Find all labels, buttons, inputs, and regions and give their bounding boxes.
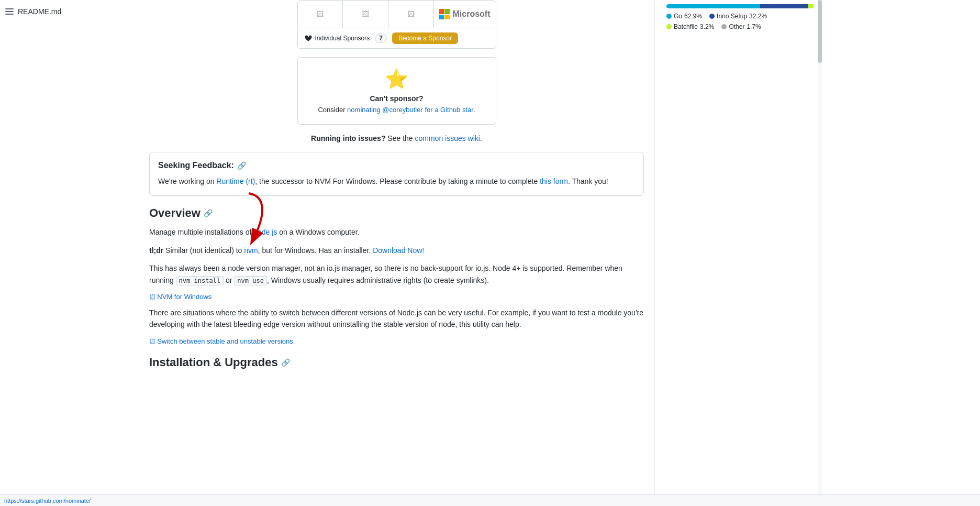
right-sidebar: Go 62.9% Inno Setup 32.2% Batchfile 3.2%…	[654, 0, 822, 506]
lang-name-inno: Inno Setup	[717, 13, 747, 20]
sponsor-actions-row: Individual Sponsors 7 Become a Sponsor	[298, 28, 496, 48]
overview-para2-mid: or	[224, 276, 234, 284]
lang-name-batch: Batchfile	[674, 23, 698, 30]
broken-image-1	[316, 10, 324, 18]
lang-item-go: Go 62.9%	[666, 13, 702, 20]
lang-pct-inno: 32.2%	[749, 13, 767, 20]
scrollbar-thumb[interactable]	[818, 0, 822, 63]
overview-section: Overview 🔗 Manage multiple installations…	[149, 206, 644, 345]
lang-segment-other	[813, 4, 816, 8]
microsoft-logo: Microsoft	[439, 9, 491, 19]
running-issues-section: Running into issues? See the common issu…	[149, 134, 644, 142]
cant-sponsor-text: Consider nominating @coreybutler for a G…	[308, 106, 485, 114]
nodejs-link[interactable]: node.js	[253, 228, 277, 236]
status-bar[interactable]: https://stars.github.com/nominate/	[0, 494, 980, 506]
lang-name-other: Other	[729, 23, 744, 30]
running-issues-end: .	[480, 134, 482, 142]
cant-sponsor-text-before: Consider	[318, 106, 347, 114]
cant-sponsor-title: Can't sponsor?	[308, 94, 485, 103]
installation-title: Installation & Upgrades 🔗	[149, 356, 644, 369]
lang-name-go: Go	[674, 13, 682, 20]
cant-sponsor-box: ⭐ Can't sponsor? Consider nominating @co…	[297, 57, 496, 125]
sponsors-box: Microsoft Individual Sponsors 7 Become a…	[297, 0, 496, 49]
language-legend: Go 62.9% Inno Setup 32.2% Batchfile 3.2%…	[666, 13, 816, 30]
cant-sponsor-text-after: .	[473, 106, 475, 114]
language-bar-container: Go 62.9% Inno Setup 32.2% Batchfile 3.2%…	[660, 0, 822, 35]
installation-anchor-icon: 🔗	[281, 358, 290, 367]
sponsor-logo-3	[388, 1, 434, 28]
hamburger-menu[interactable]: README.md	[5, 7, 133, 16]
switch-versions-image-link[interactable]: Switch between stable and unstable versi…	[149, 337, 644, 345]
switch-versions-link[interactable]: Switch between stable and unstable versi…	[149, 337, 295, 345]
nvm-windows-link[interactable]: NVM for Windows	[149, 293, 211, 301]
installation-title-text: Installation & Upgrades	[149, 356, 278, 369]
lang-segment-inno	[760, 4, 808, 8]
sponsor-count: 7	[375, 34, 387, 43]
nvm-windows-image-link[interactable]: NVM for Windows	[149, 292, 644, 301]
running-issues-text: See the	[385, 134, 415, 142]
tldr-line: tl;dr Similar (not identical) to nvm, bu…	[149, 245, 644, 256]
feedback-title-text: Seeking Feedback:	[158, 161, 234, 170]
anchor-link-icon: 🔗	[237, 161, 246, 170]
nvm-link[interactable]: nvm	[244, 246, 258, 255]
overview-para1-text: Manage multiple installations of node.js…	[149, 228, 360, 236]
lang-item-inno: Inno Setup 32.2%	[709, 13, 767, 20]
download-now-link[interactable]: Download Now!	[373, 246, 424, 255]
overview-anchor-icon: 🔗	[204, 209, 213, 217]
lang-dot-inno	[709, 14, 715, 19]
tldr-text: Similar (not identical) to	[163, 246, 244, 255]
become-sponsor-button[interactable]: Become a Sponsor	[392, 32, 458, 44]
tldr-text2: , but for Windows. Has an installer.	[258, 246, 373, 255]
broken-image-3	[407, 10, 415, 18]
star-emoji: ⭐	[308, 68, 485, 90]
sponsor-logos-row: Microsoft	[298, 1, 496, 28]
lang-item-batch: Batchfile 3.2%	[666, 23, 714, 30]
nvm-install-code: nvm install	[176, 276, 224, 285]
lang-segment-batch	[808, 4, 813, 8]
overview-para2: This has always been a node version mana…	[149, 262, 644, 286]
feedback-text-before: We're working on	[158, 177, 216, 185]
language-bar	[666, 4, 816, 8]
readme-filename: README.md	[18, 7, 61, 16]
common-issues-link[interactable]: common issues wiki	[415, 134, 480, 142]
nominate-link[interactable]: nominating @coreybutler for a Github sta…	[347, 106, 473, 114]
runtime-link[interactable]: Runtime (rt)	[216, 177, 255, 185]
red-arrow	[233, 191, 275, 248]
lang-item-other: Other 1.7%	[721, 23, 761, 30]
overview-title-text: Overview	[149, 206, 201, 220]
this-form-link[interactable]: this form	[540, 177, 568, 185]
feedback-title: Seeking Feedback: 🔗	[158, 161, 635, 170]
hamburger-icon	[5, 8, 14, 15]
individual-sponsors-link[interactable]: Individual Sponsors	[304, 34, 370, 42]
left-gutter: README.md	[0, 0, 139, 506]
overview-para2-end: , Windows usually requires administrativ…	[267, 276, 489, 284]
overview-title: Overview 🔗	[149, 206, 644, 220]
microsoft-grid-icon	[439, 9, 450, 19]
lang-pct-batch: 3.2%	[700, 23, 714, 30]
lang-segment-go	[666, 4, 760, 8]
sponsor-logo-1	[298, 1, 343, 28]
lang-dot-batch	[666, 24, 672, 29]
lang-dot-other	[721, 24, 727, 29]
feedback-text: We're working on Runtime (rt), the succe…	[158, 175, 635, 187]
overview-para1: Manage multiple installations of node.js…	[149, 226, 644, 238]
lang-pct-other: 1.7%	[747, 23, 761, 30]
lang-dot-go	[666, 14, 672, 19]
tldr-label: tl;dr	[149, 246, 163, 255]
feedback-text-mid: , the successor to NVM For Windows. Plea…	[255, 177, 540, 185]
scrollbar-track[interactable]	[818, 0, 822, 506]
nvm-use-code: nvm use	[234, 276, 267, 285]
lang-pct-go: 62.9%	[684, 13, 702, 20]
sponsor-logo-2	[343, 1, 388, 28]
overview-para3: There are situations where the ability t…	[149, 307, 644, 331]
broken-image-2	[362, 10, 369, 18]
running-issues-bold: Running into issues?	[311, 134, 385, 142]
sponsor-logo-microsoft: Microsoft	[434, 1, 496, 28]
github-heart-icon	[304, 34, 313, 42]
feedback-text-end: . Thank you!	[568, 177, 608, 185]
feedback-box: Seeking Feedback: 🔗 We're working on Run…	[149, 152, 644, 196]
main-content: Microsoft Individual Sponsors 7 Become a…	[139, 0, 654, 506]
individual-sponsors-label: Individual Sponsors	[315, 35, 370, 42]
